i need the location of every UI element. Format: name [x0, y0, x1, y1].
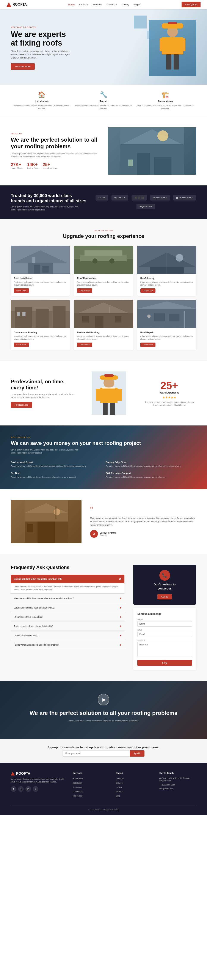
- service-card-img-5: [74, 300, 133, 328]
- hero-tag: Welcome to Roofta: [11, 26, 103, 28]
- faq-toggle-7: +: [120, 643, 122, 646]
- footer-page-projects[interactable]: Projects: [116, 791, 123, 792]
- learn-more-btn-1[interactable]: Learn more: [14, 288, 29, 293]
- faq-question-3[interactable]: Lorem lacinia orci at nostra integer lib…: [11, 603, 125, 612]
- faq-question-7[interactable]: Fugue venenatis nec sed ac sodales portt…: [11, 640, 125, 649]
- svg-rect-49: [154, 313, 165, 321]
- newsletter-signup-button[interactable]: Sign Up: [130, 750, 144, 757]
- footer-link-residential[interactable]: Residential: [73, 795, 82, 797]
- faq-toggle-6: +: [120, 634, 122, 637]
- stat-clients-label: Happy Clients: [11, 167, 23, 169]
- service-card-title-5: Residential Roofing: [77, 331, 130, 334]
- svg-rect-37: [17, 312, 20, 316]
- footer-page-about[interactable]: About us: [116, 778, 124, 780]
- footer-pages-title: Pages: [116, 772, 153, 774]
- svg-rect-67: [27, 524, 33, 532]
- learn-more-btn-2[interactable]: Learn more: [77, 288, 92, 293]
- footer-page-1: About us: [116, 777, 153, 780]
- footer-link-renovation[interactable]: Renovation: [73, 786, 82, 788]
- play-button[interactable]: ▶: [98, 694, 109, 705]
- svg-rect-36: [53, 305, 66, 328]
- stat-clients: 27K+ Happy Clients: [11, 162, 23, 169]
- footer-services-col: Services Roof Repair Installation Renova…: [73, 772, 109, 799]
- free-quote-button[interactable]: Free Quote: [182, 2, 201, 7]
- nav-about[interactable]: About us: [79, 3, 88, 6]
- service-card-img-2: [74, 246, 133, 274]
- nav-services[interactable]: Services: [93, 3, 101, 6]
- service-installation-title: Installation: [11, 100, 73, 103]
- upgrade-title: Upgrade your roofing experience: [11, 233, 196, 239]
- footer-page-gallery[interactable]: Gallery: [116, 786, 122, 788]
- feature-desc-2: Parturient ornare nisl blandit libero co…: [106, 465, 196, 468]
- faq-question-1[interactable]: Cubilia habitant tellus sed platea inter…: [11, 574, 125, 583]
- svg-rect-58: [103, 403, 107, 415]
- logo[interactable]: ROOFTA: [6, 2, 27, 7]
- service-card-body-1: Roof Installation Priate ipsum aliquam t…: [11, 274, 70, 296]
- learn-more-btn-4[interactable]: Learn more: [14, 342, 29, 347]
- newsletter-form: Sign Up: [63, 750, 144, 757]
- footer-page-5: Blog: [116, 794, 153, 797]
- learn-more-btn-6[interactable]: Learn more: [141, 342, 155, 347]
- faq-question-6[interactable]: Cubilia justo caea ipsum? +: [11, 631, 125, 640]
- perfect-desc: Lorem culpa amet sit nec nec vulputate n…: [11, 153, 99, 158]
- footer-bottom: © 2023 Roofta. All Rights Reserved.: [11, 805, 196, 811]
- hero-image: [103, 20, 196, 76]
- svg-point-13: [157, 130, 168, 141]
- footer-page-services[interactable]: Services: [116, 782, 123, 784]
- footer-link-3: Renovation: [73, 786, 109, 789]
- footer-link-commercial[interactable]: Commercial: [73, 791, 83, 792]
- installation-icon: 🏠: [11, 91, 73, 98]
- request-pro-button[interactable]: Request a pro: [11, 402, 32, 408]
- feature-desc-1: Parturient ornare nisl blandit libero co…: [11, 465, 101, 468]
- footer-page-blog[interactable]: Blog: [116, 795, 120, 797]
- perfect-left: About us We are the perfect solution to …: [11, 132, 99, 169]
- social-linkedin-icon[interactable]: li: [33, 786, 38, 792]
- faq-question-5[interactable]: Justo et purus aliquet nisl facilisis fa…: [11, 622, 125, 630]
- faq-question-2[interactable]: Malesuada cubilia litora laoreet vivamus…: [11, 594, 125, 603]
- service-card-desc-3: Priate ipsum aliquam tristique este lore…: [141, 281, 193, 286]
- form-submit-button[interactable]: Send: [137, 660, 192, 666]
- learn-more-btn-5[interactable]: Learn more: [77, 342, 92, 347]
- social-instagram-icon[interactable]: in: [25, 786, 31, 792]
- service-card-residential: Residential Roofing Priate ipsum aliquam…: [74, 300, 133, 350]
- svg-point-31: [175, 254, 183, 262]
- footer-link-roof-repair[interactable]: Roof Repair: [73, 778, 83, 780]
- contact-card-call-button[interactable]: Call us: [157, 594, 172, 600]
- nav-home[interactable]: Home: [68, 3, 74, 6]
- faq-toggle-4: +: [120, 615, 122, 619]
- trusted-desc: Lorem ipsum dolor sit amet, consectetur …: [11, 205, 87, 211]
- hero-decoration-1: [134, 16, 147, 29]
- professional-section: Professional, on time, every time! Lorem…: [0, 361, 207, 425]
- footer-brand-col: ROOFTA Lorem ipsum dolor sit amet, conse…: [11, 772, 66, 799]
- hero-description: Phasellus condimentum aliquam tristique …: [11, 50, 71, 59]
- nav-gallery[interactable]: Gallery: [122, 3, 129, 6]
- worker-illustration: [155, 22, 190, 74]
- repair-icon: 🔧: [73, 91, 134, 98]
- service-card-img-3: [137, 246, 196, 274]
- faq-toggle-5: +: [120, 624, 122, 628]
- form-message-textarea[interactable]: [137, 642, 192, 657]
- logo-badge-2: iiGOPLAY: [112, 195, 128, 200]
- nav-pages[interactable]: Pages: [133, 3, 140, 6]
- nav-contact[interactable]: Contact us: [106, 3, 117, 6]
- about-tag: About us: [11, 132, 99, 135]
- footer-copyright: © 2023 Roofta. All Rights Reserved.: [88, 808, 119, 811]
- service-card-installation: Roof Installation Priate ipsum aliquam t…: [11, 246, 70, 296]
- feature-title-1: Professional Expert: [11, 461, 101, 463]
- social-facebook-icon[interactable]: f: [11, 786, 16, 792]
- save-subtitle: Why choose us: [11, 436, 196, 438]
- learn-more-btn-3[interactable]: Learn more: [141, 288, 155, 293]
- hero-cta-button[interactable]: Discover More: [11, 63, 35, 70]
- form-email-input[interactable]: [137, 632, 192, 637]
- newsletter-title: Signup our newsletter to get update info…: [11, 746, 196, 749]
- social-twitter-icon[interactable]: t: [18, 786, 24, 792]
- newsletter-email-input[interactable]: [63, 750, 130, 757]
- footer-link-installation[interactable]: Installation: [73, 782, 82, 784]
- services-grid: Roof Installation Priate ipsum aliquam t…: [11, 246, 196, 350]
- faq-question-4[interactable]: Et habitasse tellus in dapibus? +: [11, 612, 125, 621]
- faq-q-text-4: Et habitasse tellus in dapibus?: [14, 616, 43, 618]
- service-card-body-2: Roof Renovation Priate ipsum aliquam tri…: [74, 274, 133, 296]
- footer-services-title: Services: [73, 772, 109, 774]
- upgrade-section: What we offer Upgrade your roofing exper…: [0, 219, 207, 361]
- form-name-input[interactable]: [137, 621, 192, 627]
